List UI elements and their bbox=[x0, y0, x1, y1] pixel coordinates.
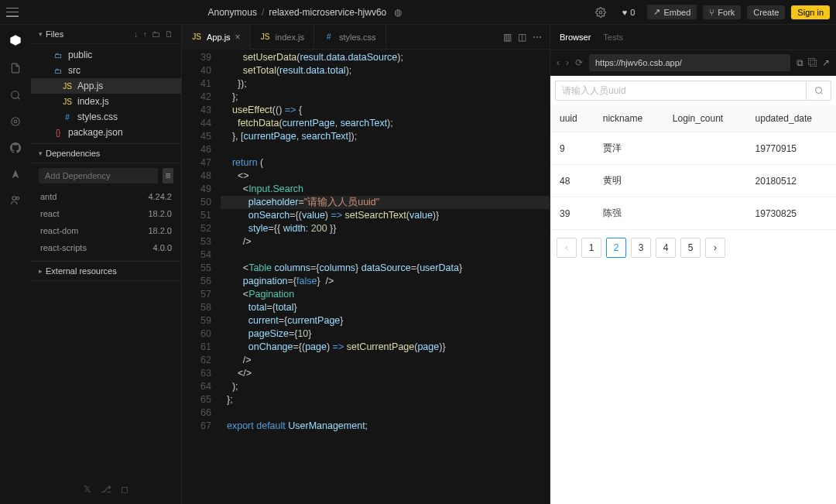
files-label: Files bbox=[46, 29, 63, 39]
download-icon[interactable]: ↓ bbox=[134, 29, 139, 39]
url-input[interactable] bbox=[589, 54, 790, 71]
js-icon: JS bbox=[62, 82, 73, 91]
copy-icon[interactable]: ⿻ bbox=[808, 57, 817, 68]
js-icon: JS bbox=[260, 33, 271, 41]
dep-item[interactable]: antd4.24.2 bbox=[31, 188, 181, 205]
cell-nickname: 贾洋 bbox=[594, 132, 663, 165]
dep-version: 18.2.0 bbox=[148, 226, 172, 235]
layout-icon[interactable]: ▥ bbox=[503, 32, 512, 43]
json-icon: {} bbox=[53, 129, 63, 137]
menu-icon[interactable] bbox=[6, 8, 19, 17]
tab-index-js[interactable]: JSindex.js bbox=[251, 25, 314, 50]
github-icon[interactable] bbox=[10, 142, 21, 153]
close-icon[interactable]: × bbox=[235, 32, 241, 43]
column-updated_date: updated_date bbox=[746, 105, 836, 132]
cell-nickname: 黄明 bbox=[594, 165, 663, 197]
forward-icon[interactable]: › bbox=[566, 57, 569, 68]
gear-icon[interactable] bbox=[591, 3, 610, 22]
page-1[interactable]: 1 bbox=[581, 238, 601, 258]
add-dependency-input[interactable] bbox=[39, 168, 158, 183]
file-name: src bbox=[68, 65, 81, 76]
deploy-icon[interactable] bbox=[10, 169, 21, 180]
file-item-src[interactable]: 🗀src bbox=[31, 63, 181, 78]
social-icons: 𝕏 ⎇ ◻ bbox=[31, 475, 181, 504]
external-resources-header[interactable]: ▸ External resources bbox=[31, 262, 181, 281]
split-icon[interactable]: ◫ bbox=[518, 32, 526, 43]
back-icon[interactable]: ‹ bbox=[557, 57, 560, 68]
svg-point-7 bbox=[815, 87, 821, 94]
breadcrumb-owner[interactable]: Anonymous bbox=[208, 7, 257, 18]
file-item-package-json[interactable]: {}package.json bbox=[31, 125, 181, 140]
dep-name: react-dom bbox=[40, 226, 79, 235]
js-icon: JS bbox=[191, 33, 202, 41]
chevron-down-icon: ▾ bbox=[39, 149, 43, 157]
signin-button[interactable]: Sign in bbox=[791, 5, 830, 19]
svg-line-8 bbox=[821, 92, 822, 94]
chevron-right-icon: ▸ bbox=[39, 267, 43, 275]
upload-icon[interactable]: ↑ bbox=[143, 29, 148, 39]
page-prev[interactable]: ‹ bbox=[557, 238, 577, 258]
cell-uuid: 48 bbox=[550, 165, 594, 197]
svg-point-4 bbox=[12, 118, 20, 126]
search-icon[interactable] bbox=[10, 90, 21, 101]
dep-item[interactable]: react18.2.0 bbox=[31, 205, 181, 222]
column-nickname: nickname bbox=[594, 105, 663, 132]
reload-icon[interactable]: ⟳ bbox=[575, 57, 583, 68]
svg-line-2 bbox=[18, 98, 20, 100]
page-3[interactable]: 3 bbox=[631, 238, 651, 258]
file-item-public[interactable]: 🗀public bbox=[31, 47, 181, 63]
add-dependency-button[interactable]: ≡ bbox=[163, 168, 173, 183]
settings-icon[interactable] bbox=[10, 116, 21, 127]
column-uuid: uuid bbox=[550, 105, 594, 132]
discord-icon[interactable]: ◻ bbox=[121, 484, 128, 495]
dep-version: 18.2.0 bbox=[148, 209, 172, 218]
twitter-icon[interactable]: 𝕏 bbox=[84, 484, 91, 495]
explorer-icon[interactable] bbox=[9, 34, 22, 46]
likes-button[interactable]: ♥ 0 bbox=[616, 5, 642, 19]
cell-date: 20180512 bbox=[746, 165, 836, 197]
svg-point-3 bbox=[14, 120, 17, 123]
fork-button[interactable]: ⑂ Fork bbox=[703, 5, 741, 19]
tab-styles-css[interactable]: #styles.css bbox=[314, 25, 386, 50]
ext-label: External resources bbox=[46, 266, 117, 276]
page-4[interactable]: 4 bbox=[656, 238, 676, 258]
dep-item[interactable]: react-scripts4.0.0 bbox=[31, 239, 181, 256]
breadcrumb-project[interactable]: relaxed-microservice-hjwv6o bbox=[269, 7, 386, 18]
dep-name: react bbox=[40, 209, 59, 218]
deps-header[interactable]: ▾ Dependencies bbox=[31, 144, 181, 163]
files-header[interactable]: ▾ Files ↓ ↑ 🗀 🗋 bbox=[31, 25, 181, 44]
tab-label: index.js bbox=[276, 33, 304, 42]
table-row: 9贾洋19770915 bbox=[550, 132, 836, 165]
svg-point-0 bbox=[599, 11, 602, 14]
embed-button[interactable]: ↗ Embed bbox=[647, 5, 697, 19]
more-icon[interactable]: ⋯ bbox=[533, 32, 542, 43]
popup-icon[interactable]: ⧉ bbox=[797, 57, 803, 68]
file-item-App-js[interactable]: JSApp.js bbox=[31, 78, 181, 94]
live-icon[interactable] bbox=[10, 195, 21, 206]
tab-App-js[interactable]: JSApp.js× bbox=[182, 25, 251, 50]
tab-browser[interactable]: Browser bbox=[560, 33, 591, 42]
tab-tests[interactable]: Tests bbox=[603, 33, 623, 42]
dep-item[interactable]: react-dom18.2.0 bbox=[31, 222, 181, 239]
search-input[interactable] bbox=[555, 81, 807, 101]
svg-point-6 bbox=[16, 197, 19, 200]
github-icon[interactable]: ⎇ bbox=[101, 484, 111, 495]
dep-version: 4.0.0 bbox=[153, 243, 172, 252]
search-button[interactable] bbox=[807, 81, 831, 101]
file-icon[interactable] bbox=[10, 62, 21, 74]
deps-label: Dependencies bbox=[46, 149, 100, 158]
chevron-down-icon: ▾ bbox=[39, 30, 43, 38]
file-item-index-js[interactable]: JSindex.js bbox=[31, 94, 181, 109]
new-file-icon[interactable]: 🗋 bbox=[165, 29, 173, 39]
code-editor[interactable]: setUserData(result.data.dataSource); set… bbox=[221, 50, 550, 504]
create-button[interactable]: Create bbox=[747, 5, 785, 19]
page-next[interactable]: › bbox=[705, 238, 725, 258]
breadcrumb-sep: / bbox=[262, 7, 264, 18]
page-5[interactable]: 5 bbox=[680, 238, 701, 258]
page-2[interactable]: 2 bbox=[606, 238, 626, 258]
new-folder-icon[interactable]: 🗀 bbox=[152, 29, 160, 39]
external-icon[interactable]: ↗ bbox=[822, 57, 830, 68]
cell-login bbox=[663, 165, 746, 197]
file-item-styles-css[interactable]: #styles.css bbox=[31, 109, 181, 125]
data-table: uuidnicknameLogin_countupdated_date 9贾洋1… bbox=[550, 105, 836, 230]
